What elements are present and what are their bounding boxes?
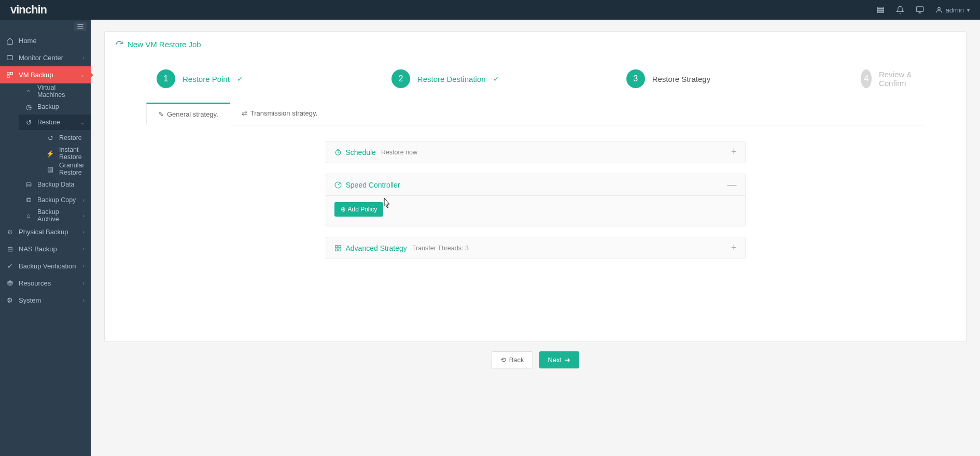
step-number: 4 — [861, 69, 871, 88]
step-restore-strategy[interactable]: 3 Restore Strategy — [626, 69, 861, 88]
tab-transmission-strategy[interactable]: ⇄ Transmission strategy. — [230, 103, 329, 125]
home-icon — [6, 37, 13, 45]
step-label: Restore Strategy — [652, 75, 711, 83]
sidebar-item-backup-copy[interactable]: ⧉ Backup Copy ‹ — [19, 192, 91, 208]
topbar: vinchin admin ▾ — [0, 0, 980, 20]
tab-general-strategy[interactable]: ✎ General strategy. — [146, 103, 230, 125]
panel-title-text: Speed Controller — [346, 181, 400, 189]
step-restore-destination[interactable]: 2 Restore Destination ✓ — [391, 69, 626, 88]
sidebar-item-label: Physical Backup — [19, 228, 68, 236]
sidebar-item-backup-data[interactable]: ⛁ Backup Data — [19, 177, 91, 192]
chevron-down-icon: ‹ — [83, 263, 85, 269]
svg-rect-3 — [916, 7, 923, 11]
pencil-icon: ✎ — [158, 110, 164, 118]
copy-icon: ⧉ — [25, 196, 32, 204]
tab-label: General strategy. — [167, 110, 218, 118]
chevron-down-icon: ⌄ — [80, 72, 85, 78]
svg-rect-12 — [10, 72, 12, 74]
expand-icon: + — [731, 243, 737, 253]
panel-advanced-header[interactable]: Advanced Strategy Transfer Threads: 3 + — [326, 237, 745, 259]
sidebar-item-restore[interactable]: ↺ Restore ⌄ — [19, 115, 91, 130]
svg-point-6 — [937, 7, 940, 10]
svg-rect-18 — [339, 249, 341, 251]
svg-rect-13 — [7, 76, 9, 78]
main-content: New VM Restore Job 1 Restore Point ✓ 2 R… — [91, 20, 980, 456]
panel-schedule-header[interactable]: Schedule Restore now + — [326, 141, 745, 163]
backup-icon: ◷ — [25, 103, 32, 110]
sidebar-item-label: Granular Restore — [59, 162, 85, 176]
button-label: Back — [509, 356, 524, 364]
step-number: 3 — [626, 69, 645, 88]
check-icon: ✓ — [237, 75, 243, 83]
svg-rect-2 — [877, 11, 884, 13]
sidebar-item-restore-sub[interactable]: ↺ Restore — [40, 130, 91, 146]
gear-icon: ⚙ — [6, 297, 13, 304]
sidebar-item-backup-archive[interactable]: ⌂ Backup Archive ‹ — [19, 208, 91, 223]
sidebar-item-granular-restore[interactable]: ▤ Granular Restore — [40, 161, 91, 177]
sidebar-item-physical[interactable]: ⛭ Physical Backup ‹ — [0, 223, 91, 240]
monitor-icon[interactable] — [916, 6, 924, 14]
button-label: Add Policy — [348, 206, 377, 213]
collapse-icon: — — [727, 179, 737, 190]
sidebar-item-virtual-machines[interactable]: ▫ Virtual Machines — [19, 83, 91, 99]
sidebar-item-label: Instant Restore — [59, 146, 85, 161]
panel-subtitle: Restore now — [381, 149, 417, 156]
sidebar-toggle-area — [0, 20, 91, 32]
sidebar-item-label: Backup Archive — [37, 208, 78, 223]
sidebar-item-label: Virtual Machines — [37, 84, 85, 98]
list-icon[interactable] — [876, 6, 885, 14]
sidebar-item-resources[interactable]: ⛃ Resources ‹ — [0, 275, 91, 292]
svg-rect-15 — [335, 245, 337, 247]
panel-title-text: Advanced Strategy — [346, 244, 407, 252]
user-menu[interactable]: admin ▾ — [935, 6, 970, 14]
chevron-down-icon: ‹ — [83, 246, 85, 252]
svg-rect-11 — [7, 72, 9, 74]
check-icon: ✓ — [493, 75, 499, 83]
panel-advanced-strategy: Advanced Strategy Transfer Threads: 3 + — [326, 237, 746, 259]
panel-speed-controller: Speed Controller — ⊕ Add Policy — [326, 174, 746, 226]
sidebar-item-home[interactable]: Home — [0, 32, 91, 49]
page-title-text: New VM Restore Job — [128, 40, 201, 49]
sidebar: Home Monitor Center ‹ VM Backup ⌄ ▫ Virt… — [0, 20, 91, 456]
chevron-down-icon: ‹ — [83, 213, 85, 219]
transfer-icon: ⇄ — [242, 109, 247, 117]
step-review-confirm[interactable]: 4 Review & Confirm — [861, 69, 914, 88]
chevron-down-icon: ⌄ — [80, 120, 85, 125]
sidebar-item-vmbackup[interactable]: VM Backup ⌄ — [0, 66, 91, 83]
chevron-down-icon: ‹ — [83, 197, 85, 203]
panel-speed-header[interactable]: Speed Controller — — [326, 174, 745, 195]
chevron-down-icon: ‹ — [83, 297, 85, 303]
svg-rect-0 — [877, 7, 884, 9]
panel-schedule: Schedule Restore now + — [326, 141, 746, 163]
granular-icon: ▤ — [47, 165, 54, 173]
sidebar-item-backup[interactable]: ◷ Backup — [19, 99, 91, 115]
svg-rect-17 — [335, 249, 337, 251]
sidebar-item-label: Backup — [37, 103, 59, 110]
add-policy-button[interactable]: ⊕ Add Policy — [334, 202, 384, 217]
grid-icon — [334, 245, 342, 252]
back-button[interactable]: ⟲ Back — [492, 351, 533, 368]
button-label: Next — [548, 356, 562, 364]
physical-icon: ⛭ — [6, 229, 13, 236]
refresh-icon — [115, 40, 123, 49]
bell-icon[interactable] — [896, 6, 904, 14]
chevron-down-icon: ▾ — [967, 7, 970, 13]
sidebar-item-verification[interactable]: ✓ Backup Verification ‹ — [0, 258, 91, 275]
tab-label: Transmission strategy. — [250, 109, 317, 117]
expand-icon: + — [731, 147, 737, 158]
clock-icon — [334, 149, 342, 156]
step-restore-point[interactable]: 1 Restore Point ✓ — [157, 69, 391, 88]
sidebar-item-label: Backup Verification — [19, 262, 76, 270]
sidebar-item-nas[interactable]: ⊟ NAS Backup ‹ — [0, 240, 91, 258]
sidebar-item-instant-restore[interactable]: ⚡ Instant Restore — [40, 146, 91, 161]
tab-content: Schedule Restore now + S — [115, 125, 956, 285]
next-button[interactable]: Next ➜ — [539, 351, 580, 368]
sidebar-item-label: Backup Copy — [37, 196, 76, 204]
resources-icon: ⛃ — [6, 280, 13, 287]
wizard-stepper: 1 Restore Point ✓ 2 Restore Destination … — [115, 57, 956, 103]
sidebar-item-label: Restore — [59, 134, 82, 141]
sidebar-item-system[interactable]: ⚙ System ‹ — [0, 292, 91, 309]
data-icon: ⛁ — [25, 181, 32, 188]
sidebar-toggle-button[interactable] — [74, 22, 87, 31]
sidebar-item-monitor[interactable]: Monitor Center ‹ — [0, 49, 91, 66]
